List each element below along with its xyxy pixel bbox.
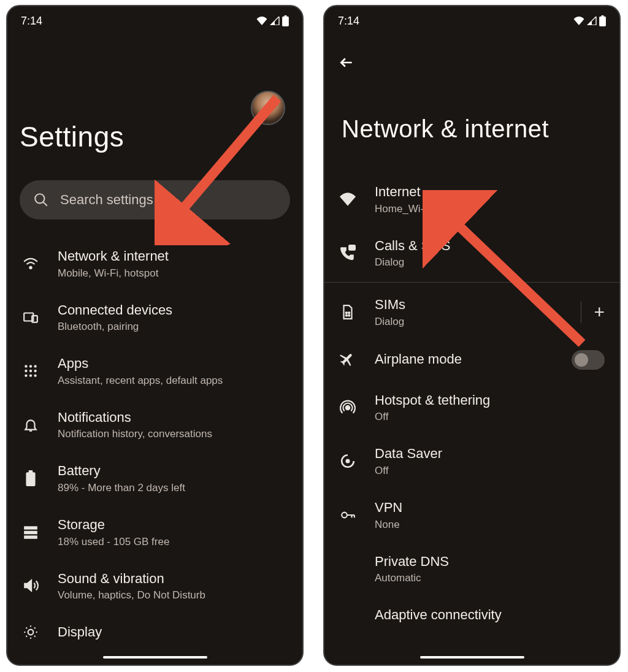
- svg-rect-18: [24, 526, 37, 529]
- network-item-vpn[interactable]: VPNNone: [337, 488, 607, 542]
- storage-icon: [23, 524, 39, 540]
- divider: [581, 301, 581, 323]
- item-title: Storage: [58, 516, 288, 534]
- item-subtitle: Bluetooth, pairing: [58, 321, 288, 333]
- svg-point-26: [346, 312, 347, 313]
- item-subtitle: Notification history, conversations: [58, 428, 288, 440]
- item-subtitle: 89% - More than 2 days left: [58, 482, 288, 494]
- svg-rect-1: [285, 15, 287, 17]
- svg-rect-16: [26, 472, 35, 486]
- settings-item-storage[interactable]: Storage18% used - 105 GB free: [20, 505, 290, 559]
- battery-icon: [26, 470, 36, 486]
- item-title: Display: [58, 624, 288, 641]
- settings-item-sound[interactable]: Sound & vibrationVolume, haptics, Do Not…: [20, 559, 290, 613]
- signal-icon: [587, 17, 597, 25]
- settings-item-apps[interactable]: AppsAssistant, recent apps, default apps: [20, 344, 290, 398]
- network-item-internet[interactable]: InternetHome_Wi-Fi: [337, 172, 607, 226]
- volume-icon: [23, 578, 39, 594]
- item-subtitle: None: [375, 519, 605, 531]
- search-icon: [33, 192, 49, 208]
- hotspot-icon: [340, 400, 356, 416]
- airplane-icon: [340, 352, 356, 368]
- item-subtitle: Off: [375, 411, 605, 423]
- network-item-sims[interactable]: SIMsDialog +: [337, 285, 607, 339]
- nav-indicator[interactable]: [420, 656, 524, 659]
- item-subtitle: Assistant, recent apps, default apps: [58, 375, 288, 387]
- svg-rect-25: [349, 245, 355, 250]
- svg-point-8: [29, 365, 32, 367]
- item-title: VPN: [375, 499, 605, 517]
- item-subtitle: Automatic: [375, 572, 605, 584]
- search-placeholder: Search settings: [60, 192, 153, 208]
- page-title: Network & internet: [337, 115, 607, 143]
- vpn-key-icon: [340, 507, 356, 523]
- item-subtitle: Off: [375, 465, 605, 477]
- item-subtitle: Dialog: [375, 316, 565, 328]
- wifi-icon: [23, 256, 39, 272]
- svg-rect-24: [602, 15, 604, 17]
- network-internet-screen: 7:14 Network & internet InternetHome_Wi-…: [323, 5, 621, 666]
- item-title: Hotspot & tethering: [375, 392, 605, 410]
- network-item-adaptive[interactable]: Adaptive connectivity: [337, 595, 607, 635]
- search-settings-input[interactable]: Search settings: [20, 180, 290, 220]
- apps-icon: [23, 363, 39, 379]
- svg-point-30: [346, 405, 350, 410]
- svg-rect-20: [24, 535, 37, 538]
- network-item-calls-sms[interactable]: Calls & SMSDialog: [337, 226, 607, 280]
- page-title: Settings: [20, 120, 290, 153]
- signal-icon: [270, 17, 280, 25]
- sim-icon: [340, 304, 356, 320]
- settings-main-screen: 7:14 Settings Search settings Network & …: [6, 5, 304, 666]
- settings-item-network[interactable]: Network & internetMobile, Wi-Fi, hotspot: [20, 237, 290, 291]
- item-title: Internet: [375, 183, 605, 201]
- svg-rect-23: [599, 17, 606, 26]
- svg-point-2: [35, 194, 44, 203]
- status-time: 7:14: [21, 15, 42, 28]
- status-bar: 7:14: [7, 6, 302, 36]
- settings-item-display[interactable]: Display: [20, 613, 290, 652]
- network-item-airplane[interactable]: Airplane mode: [337, 339, 607, 381]
- item-title: Network & internet: [58, 248, 288, 265]
- svg-point-4: [29, 267, 31, 269]
- airplane-toggle[interactable]: [572, 350, 605, 370]
- svg-point-10: [25, 370, 27, 372]
- svg-point-32: [342, 512, 347, 517]
- status-icons: [256, 15, 289, 26]
- arrow-back-icon: [339, 55, 354, 71]
- network-item-data-saver[interactable]: Data SaverOff: [337, 434, 607, 488]
- svg-rect-19: [24, 531, 37, 534]
- svg-point-14: [29, 374, 32, 376]
- back-button[interactable]: [338, 54, 355, 71]
- item-subtitle: Mobile, Wi-Fi, hotspot: [58, 267, 288, 280]
- wifi-icon: [340, 191, 356, 207]
- svg-point-13: [25, 374, 27, 376]
- divider: [324, 282, 619, 283]
- svg-line-3: [43, 202, 47, 206]
- settings-item-battery[interactable]: Battery89% - More than 2 days left: [20, 451, 290, 505]
- wifi-icon: [256, 17, 267, 25]
- item-title: Battery: [58, 462, 288, 480]
- item-title: Apps: [58, 355, 288, 373]
- add-sim-button[interactable]: +: [594, 302, 605, 323]
- svg-point-15: [34, 374, 36, 376]
- battery-icon: [282, 15, 289, 26]
- wifi-icon: [573, 17, 584, 25]
- data-saver-icon: [340, 453, 356, 469]
- battery-icon: [599, 15, 606, 26]
- svg-point-12: [34, 370, 36, 372]
- status-icons: [573, 15, 606, 26]
- settings-item-connected-devices[interactable]: Connected devicesBluetooth, pairing: [20, 291, 290, 345]
- item-title: Sound & vibration: [58, 570, 288, 588]
- avatar[interactable]: [251, 91, 285, 125]
- item-title: Notifications: [58, 409, 288, 427]
- status-time: 7:14: [338, 15, 359, 28]
- settings-item-notifications[interactable]: NotificationsNotification history, conve…: [20, 398, 290, 452]
- svg-point-31: [347, 460, 349, 462]
- item-subtitle: Dialog: [375, 256, 605, 269]
- nav-indicator[interactable]: [103, 656, 207, 659]
- network-item-hotspot[interactable]: Hotspot & tetheringOff: [337, 381, 607, 435]
- svg-point-28: [346, 315, 347, 316]
- item-title: SIMs: [375, 296, 565, 314]
- devices-icon: [23, 309, 39, 325]
- network-item-private-dns[interactable]: Private DNSAutomatic: [337, 542, 607, 596]
